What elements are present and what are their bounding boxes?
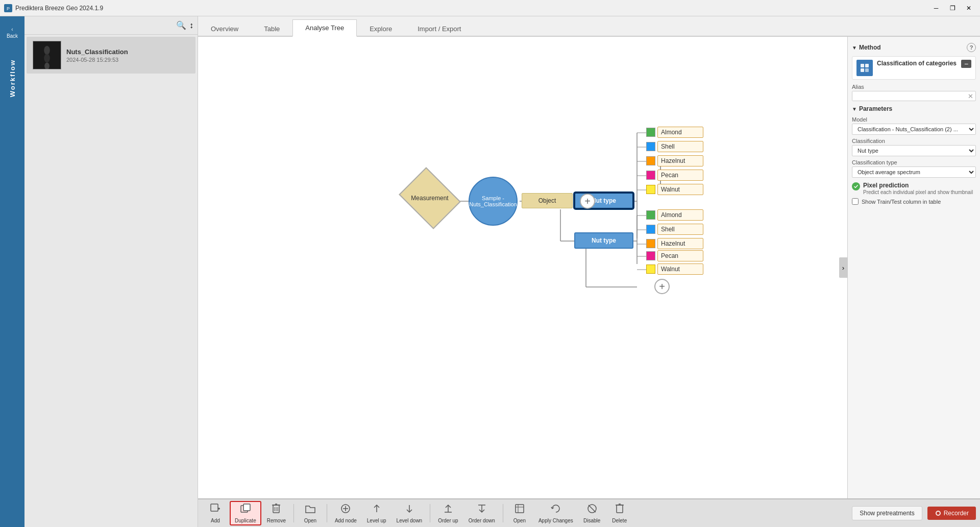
open2-button[interactable]: Open (506, 501, 533, 525)
level-down-label: Level down (397, 518, 423, 523)
remove-svg-icon (271, 503, 282, 514)
order-up-button[interactable]: Order up (433, 501, 462, 525)
level-up-label: Level up (367, 518, 386, 523)
classification-icon (856, 60, 873, 76)
order-up-label: Order up (438, 518, 458, 523)
add-icon (210, 503, 221, 517)
app-title: P Prediktera Breeze Geo 2024.1.9 (4, 4, 103, 12)
shell-bottom-label: Shell (657, 224, 703, 235)
svg-point-4 (44, 54, 50, 62)
canvas-area: Measurement Sample -Nuts_Classification … (198, 37, 847, 498)
category-walnut-bottom[interactable]: Walnut (646, 264, 703, 275)
add-node-button[interactable]: Add node (330, 501, 361, 525)
train-test-label[interactable]: Show Train/Test column in table (862, 199, 941, 205)
category-almond-top[interactable]: Almond (646, 127, 703, 138)
train-test-checkbox[interactable] (852, 198, 859, 205)
delete-svg-icon (614, 503, 625, 514)
open-icon (305, 503, 316, 517)
nut-type-bottom-node[interactable]: Nut type (574, 232, 633, 249)
item-card[interactable]: Nuts_Classification 2024-05-28 15:29:53 (27, 37, 195, 74)
alias-clear-button[interactable]: ✕ (966, 92, 975, 100)
level-up-icon (371, 503, 382, 517)
duplicate-svg-icon (240, 503, 251, 514)
pecan-top-label: Pecan (657, 170, 703, 181)
object-label: Object (522, 193, 573, 208)
classification-select[interactable]: Nut type (852, 145, 976, 156)
category-almond-bottom[interactable]: Almond (646, 209, 703, 221)
classification-type-label: Classification type (852, 159, 976, 165)
add-node-middle-button[interactable]: + (580, 194, 595, 209)
walnut-top-color (646, 185, 655, 194)
tab-explore[interactable]: Explore (357, 20, 405, 37)
delete-button[interactable]: Delete (606, 501, 633, 525)
method-card: Classification of categories − (852, 56, 976, 80)
back-button[interactable]: ‹ Back (0, 16, 24, 49)
tab-table[interactable]: Table (251, 20, 292, 37)
category-hazelnut-bottom[interactable]: Hazelnut (646, 238, 703, 249)
sort-button[interactable]: ↕ (189, 21, 193, 30)
sample-node[interactable]: Sample -Nuts_Classification (469, 177, 518, 226)
object-node[interactable]: Object (522, 193, 573, 208)
method-name-text: Classification of categories (877, 60, 957, 67)
add-category-bottom-button[interactable]: + (654, 279, 670, 294)
level-up-button[interactable]: Level up (362, 501, 391, 525)
tree-canvas: Measurement Sample -Nuts_Classification … (198, 37, 847, 498)
collapse-right-panel-button[interactable]: › (839, 257, 847, 278)
search-button[interactable]: 🔍 (176, 20, 186, 30)
disable-svg-icon (586, 503, 598, 514)
category-pecan-top[interactable]: Pecan (646, 170, 703, 181)
pecan-top-color (646, 171, 655, 180)
left-panel-toolbar: 🔍 ↕ (24, 16, 198, 35)
classification-type-select[interactable]: Object average spectrum (852, 166, 976, 178)
order-down-icon (476, 503, 487, 517)
open-button[interactable]: Open (297, 501, 324, 525)
shell-top-label: Shell (657, 141, 703, 152)
item-name: Nuts_Classification (66, 48, 128, 56)
category-walnut-top[interactable]: Walnut (646, 184, 703, 195)
disable-label: Disable (583, 518, 600, 523)
method-section-header[interactable]: ▼ Method ? (852, 43, 976, 52)
parameters-section-header[interactable]: ▼ Parameters (852, 105, 976, 112)
model-select[interactable]: Classification - Nuts_Classification (2)… (852, 124, 976, 135)
apply-changes-button[interactable]: Apply Changes (534, 501, 578, 525)
pixel-prediction-row: Pixel prediction Predict each individual… (852, 182, 976, 195)
show-pretreatments-button[interactable]: Show pretreatments (852, 506, 922, 520)
svg-point-64 (937, 512, 940, 515)
separator-4 (503, 504, 503, 522)
measurement-node[interactable]: Measurement (405, 179, 454, 218)
duplicate-button[interactable]: Duplicate (230, 501, 261, 525)
category-shell-top[interactable]: Shell (646, 141, 703, 152)
restore-button[interactable]: ❐ (945, 3, 960, 13)
category-hazelnut-top[interactable]: Hazelnut (646, 155, 703, 166)
window-controls: ─ ❐ ✕ (929, 3, 976, 13)
tree-connections (198, 37, 847, 498)
alias-input[interactable] (852, 91, 966, 101)
remove-button[interactable]: Remove (262, 501, 290, 525)
tab-analyse-tree[interactable]: Analyse Tree (292, 19, 357, 37)
method-remove-button[interactable]: − (961, 60, 971, 68)
recorder-button[interactable]: Recorder (927, 507, 976, 520)
level-down-button[interactable]: Level down (392, 501, 427, 525)
walnut-bottom-color (646, 265, 655, 274)
category-pecan-bottom[interactable]: Pecan (646, 250, 703, 261)
svg-rect-32 (865, 64, 869, 67)
tab-import-export[interactable]: Import / Export (405, 20, 474, 37)
minimize-button[interactable]: ─ (929, 3, 943, 13)
pecan-bottom-label: Pecan (657, 250, 703, 261)
add-node-icon (340, 503, 351, 517)
item-thumbnail (33, 41, 61, 69)
disable-button[interactable]: Disable (579, 501, 605, 525)
order-down-button[interactable]: Order down (464, 501, 500, 525)
order-down-label: Order down (469, 518, 495, 523)
workflow-label: Workflow (9, 59, 16, 97)
order-up-svg-icon (443, 503, 454, 514)
tab-overview[interactable]: Overview (198, 20, 251, 37)
walnut-top-label: Walnut (657, 184, 703, 195)
help-button[interactable]: ? (967, 43, 976, 52)
almond-bottom-label: Almond (657, 209, 703, 221)
category-shell-bottom[interactable]: Shell (646, 224, 703, 235)
close-button[interactable]: ✕ (962, 3, 976, 13)
add-button[interactable]: Add (202, 501, 229, 525)
recorder-label: Recorder (944, 510, 969, 517)
level-down-icon (404, 503, 415, 517)
